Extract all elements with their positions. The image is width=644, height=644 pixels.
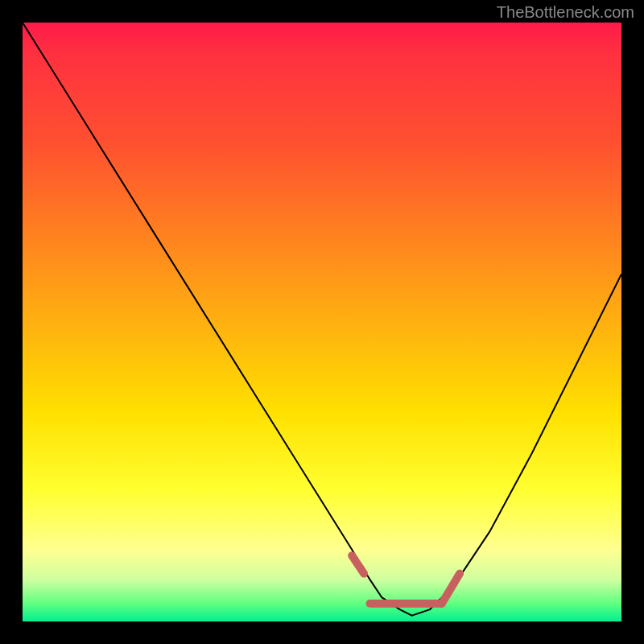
watermark-text: TheBottleneck.com — [497, 3, 634, 22]
chart-plot-area — [23, 23, 621, 621]
bottleneck-curve-line — [23, 23, 621, 616]
optimal-marker-left — [352, 555, 364, 573]
optimal-marker-right — [442, 574, 460, 604]
chart-svg — [23, 23, 621, 621]
